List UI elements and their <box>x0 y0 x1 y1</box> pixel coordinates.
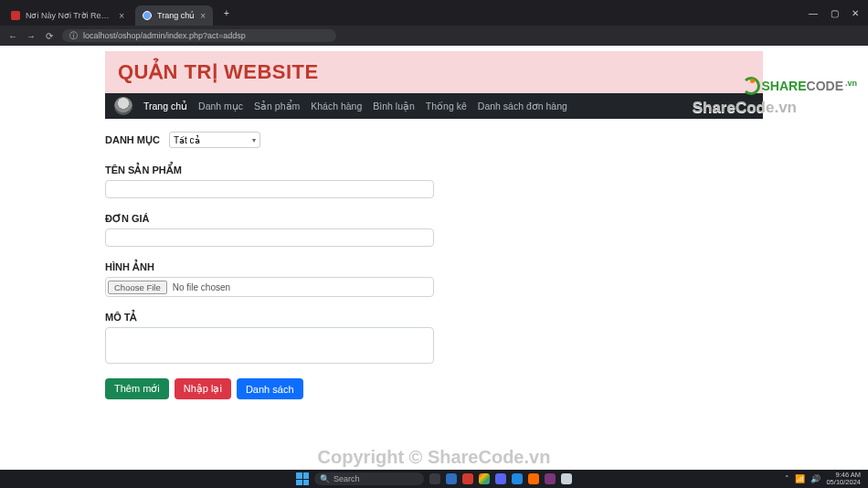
nav-stats[interactable]: Thống kê <box>426 101 467 111</box>
browser-tab-1[interactable]: Nơi Này Nơi Trời Renou | d… × <box>4 5 132 26</box>
url-text: localhost/oshop/admin/index.php?act=adds… <box>83 31 246 40</box>
maximize-icon[interactable]: ▢ <box>831 8 839 18</box>
search-icon: 🔍 <box>320 474 330 483</box>
explorer-icon[interactable] <box>446 473 457 484</box>
info-icon: ⓘ <box>69 30 78 42</box>
tray-chevron-icon[interactable]: ˄ <box>785 474 789 483</box>
task-view-icon[interactable] <box>429 473 440 484</box>
reload-icon[interactable]: ⟳ <box>44 31 55 41</box>
close-icon[interactable]: × <box>200 11 206 21</box>
tab-title: Nơi Này Nơi Trời Renou | d… <box>26 11 113 20</box>
reset-button[interactable]: Nhập lại <box>175 378 231 399</box>
wifi-icon[interactable]: 📶 <box>795 474 805 483</box>
nav-product[interactable]: Sản phẩm <box>254 101 300 111</box>
watermark-bottom: Copyright © ShareCode.vn <box>0 447 868 468</box>
close-icon[interactable]: × <box>119 11 124 21</box>
app-icon-2[interactable] <box>528 473 539 484</box>
desc-textarea[interactable] <box>105 327 434 364</box>
back-icon[interactable]: ← <box>7 31 18 41</box>
volume-icon[interactable]: 🔊 <box>810 474 820 483</box>
taskbar-search[interactable]: 🔍 Search <box>314 472 424 485</box>
page-title: QUẢN TRỊ WEBSITE <box>118 60 750 84</box>
nav-customer[interactable]: Khách hàng <box>311 101 362 111</box>
start-button[interactable] <box>296 472 309 485</box>
swirl-icon <box>742 77 760 95</box>
nav-comment[interactable]: Bình luận <box>373 101 415 111</box>
discord-icon[interactable] <box>495 473 506 484</box>
chrome-icon[interactable] <box>479 473 490 484</box>
chevron-down-icon: ▾ <box>252 136 256 144</box>
page-viewport: SHARECODE .vn QUẢN TRỊ WEBSITE Trang chủ… <box>0 46 868 470</box>
tab-title: Trang chủ <box>157 11 195 20</box>
sharecode-logo: SHARECODE .vn <box>742 77 857 95</box>
price-label: ĐƠN GIÁ <box>105 213 763 225</box>
browser-titlebar: Nơi Này Nơi Trời Renou | d… × Trang chủ … <box>0 0 868 26</box>
app-icon-3[interactable] <box>545 473 556 484</box>
name-input[interactable] <box>105 180 434 198</box>
file-status: No file chosen <box>173 282 230 292</box>
desc-label: MÔ TẢ <box>105 312 763 324</box>
name-label: TÊN SẢN PHẨM <box>105 164 763 176</box>
browser-tab-2[interactable]: Trang chủ × <box>135 5 213 26</box>
nav-orders[interactable]: Danh sách đơn hàng <box>478 101 567 111</box>
admin-navbar: Trang chủ Danh mục Sản phẩm Khách hàng B… <box>105 93 763 119</box>
globe-icon <box>143 11 152 20</box>
image-label: HÌNH ẢNH <box>105 261 763 273</box>
app-icon-4[interactable] <box>561 473 572 484</box>
search-placeholder: Search <box>333 474 360 483</box>
minimize-icon[interactable]: — <box>809 8 818 18</box>
youtube-icon <box>11 11 20 20</box>
forward-icon[interactable]: → <box>26 31 37 41</box>
add-product-form: DANH MỤC Tất cả ▾ TÊN SẢN PHẨM ĐƠN GIÁ H… <box>105 119 763 399</box>
category-label: DANH MỤC <box>105 134 160 146</box>
browser-toolbar: ← → ⟳ ⓘ localhost/oshop/admin/index.php?… <box>0 26 868 46</box>
avatar[interactable] <box>114 97 132 115</box>
add-button[interactable]: Thêm mới <box>105 378 169 399</box>
choose-file-button[interactable]: Choose File <box>108 281 167 294</box>
app-icon[interactable] <box>462 473 473 484</box>
nav-home[interactable]: Trang chủ <box>143 101 187 111</box>
windows-taskbar: 🔍 Search ˄ 📶 🔊 9:46 AM 05/10/2024 <box>0 470 868 488</box>
category-select[interactable]: Tất cả ▾ <box>169 132 260 148</box>
nav-category[interactable]: Danh mục <box>198 101 243 111</box>
page-banner: QUẢN TRỊ WEBSITE <box>105 51 763 93</box>
category-value: Tất cả <box>174 135 200 145</box>
list-button[interactable]: Danh sách <box>237 378 303 399</box>
price-input[interactable] <box>105 228 434 247</box>
taskbar-clock[interactable]: 9:46 AM 05/10/2024 <box>826 472 861 486</box>
vscode-icon[interactable] <box>512 473 523 484</box>
new-tab-button[interactable]: + <box>218 5 235 21</box>
close-window-icon[interactable]: ✕ <box>852 8 859 18</box>
address-bar[interactable]: ⓘ localhost/oshop/admin/index.php?act=ad… <box>62 29 336 42</box>
image-file-input[interactable]: Choose File No file chosen <box>105 277 434 297</box>
